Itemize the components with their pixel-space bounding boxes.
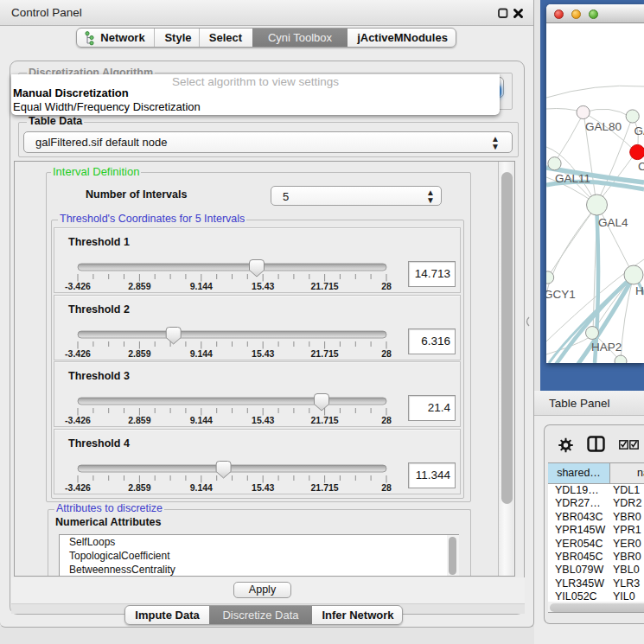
svg-text:C: C xyxy=(638,160,644,173)
svg-text:GA: GA xyxy=(634,124,644,137)
svg-text:HAP2: HAP2 xyxy=(591,341,622,354)
svg-text:H: H xyxy=(635,284,644,297)
svg-text:GCY1: GCY1 xyxy=(546,288,576,301)
svg-text:GAL80: GAL80 xyxy=(585,120,622,133)
svg-text:GAL11: GAL11 xyxy=(555,172,590,185)
svg-text:GAL4: GAL4 xyxy=(598,216,628,229)
